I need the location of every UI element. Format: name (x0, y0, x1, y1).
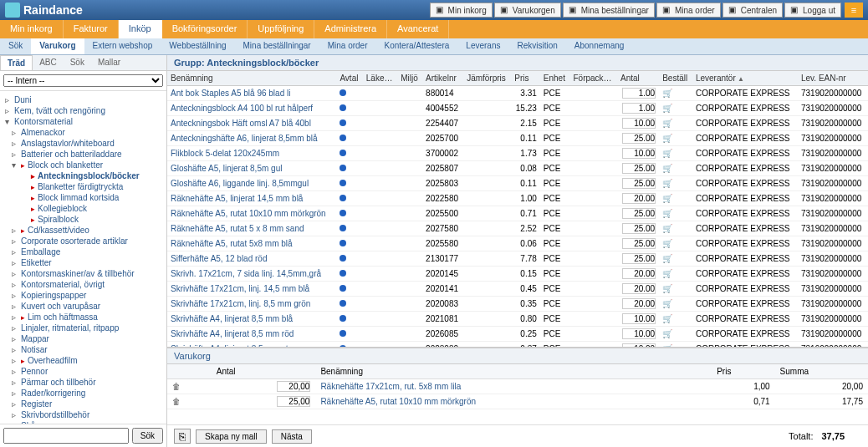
add-to-cart-icon[interactable]: 🛒 (662, 134, 672, 143)
quantity-input[interactable] (622, 328, 656, 339)
sub-tab-konteraattestera[interactable]: Kontera/Attestera (376, 38, 458, 54)
tree-item[interactable]: ▸Block limmad kortsida (2, 192, 165, 203)
tree-item[interactable]: ▸Anteckningsblock/böcker (2, 170, 165, 181)
column-header[interactable]: Leverantör (692, 71, 798, 86)
add-to-cart-icon[interactable]: 🛒 (662, 299, 672, 308)
tree-toggle-icon[interactable]: ▹ (12, 269, 18, 278)
sub-tab-abonnemang[interactable]: Abonnemang (566, 38, 633, 54)
add-to-cart-icon[interactable]: 🛒 (662, 119, 672, 128)
tree-toggle-icon[interactable]: ▹ (12, 150, 18, 159)
tree-toggle-icon[interactable]: ▹ (12, 291, 18, 300)
sub-tab-minabestllningar[interactable]: Mina beställningar (235, 38, 319, 54)
quantity-input[interactable] (622, 118, 656, 129)
add-to-cart-icon[interactable]: 🛒 (662, 104, 672, 113)
sub-tab-rekvisition[interactable]: Rekvisition (508, 38, 565, 54)
quantity-input[interactable] (622, 133, 656, 144)
product-name[interactable]: Flikblock 5-delat 120x245mm (167, 146, 336, 161)
tree-toggle-icon[interactable]: ▹ (12, 312, 18, 322)
sidebar-filter-select[interactable]: -- Intern -- (3, 74, 163, 87)
main-tab-avancerat[interactable]: Avancerat (387, 20, 449, 38)
tree-item[interactable]: ▹Kopieringspapper (2, 290, 165, 301)
column-header[interactable]: Jämförpris (463, 71, 511, 86)
delete-icon[interactable]: 🗑 (172, 382, 181, 391)
tree-toggle-icon[interactable]: ▹ (12, 247, 18, 257)
add-to-cart-icon[interactable]: 🛒 (662, 224, 672, 233)
column-header[interactable]: Enhet (540, 71, 570, 86)
tree-item[interactable]: ▹Register (2, 399, 165, 409)
product-name[interactable]: Ant bok Staples A5 blå 96 blad li (167, 86, 336, 101)
sidebar-search-input[interactable] (3, 428, 129, 444)
quantity-input[interactable] (622, 253, 656, 264)
tree-toggle-icon[interactable]: ▹ (12, 399, 18, 409)
column-header[interactable]: Lev. EAN-nr (798, 71, 868, 86)
quantity-input[interactable] (622, 238, 656, 249)
order-button[interactable]: ▣Mina order (656, 3, 721, 18)
add-to-cart-icon[interactable]: 🛒 (662, 329, 672, 338)
column-header[interactable]: Förpack… (569, 71, 617, 86)
tree-toggle-icon[interactable]: ▹ (12, 389, 18, 398)
tree-toggle-icon[interactable]: ▹ (5, 95, 12, 104)
product-name[interactable]: Anteckningshäfte A6, linjerat 8,5mm blå (167, 131, 336, 146)
tree-toggle-icon[interactable]: ▹ (5, 106, 12, 115)
tree-toggle-icon[interactable]: ▹ (12, 302, 18, 311)
main-tab-bokfringsorder[interactable]: Bokföringsorder (162, 20, 248, 38)
cart-export-button[interactable]: ⎘ (174, 429, 191, 444)
tree-item[interactable]: ▸Kollegieblock (2, 203, 165, 214)
column-header[interactable]: Antal (617, 71, 659, 86)
sub-tab-varukorg[interactable]: Varukorg (31, 38, 84, 54)
product-name[interactable]: Anteckningsbok Häft omsl A7 blå 40bl (167, 116, 336, 131)
central-button[interactable]: ▣Centralen (722, 3, 783, 18)
tree-toggle-icon[interactable]: ▹ (12, 378, 18, 387)
sidebar-tab-träd[interactable]: Träd (0, 55, 33, 70)
product-name[interactable]: Räknehäfte A5, rutat 10x10 mm mörkgrön (167, 206, 336, 221)
column-header[interactable]: Pris (511, 71, 540, 86)
product-name[interactable]: Räknehäfte A5, rutat 5x8 mm blå (167, 236, 336, 251)
tree-item[interactable]: ▹Pärmar och tillbehör (2, 377, 165, 388)
product-name[interactable]: Skrivhäfte A4, linjerat 8,5 mm blå (167, 312, 336, 327)
main-tab-administrera[interactable]: Administrera (314, 20, 387, 38)
main-tab-uppfljning[interactable]: Uppföljning (248, 20, 314, 38)
tree-toggle-icon[interactable]: ▹ (12, 236, 18, 246)
column-header[interactable]: Artikelnr (422, 71, 463, 86)
orders-button[interactable]: ▣Mina beställningar (563, 3, 655, 18)
cart-item-name[interactable]: Räknehäfte A5, rutat 10x10 mm mörkgrön (315, 394, 712, 409)
sidebar-tab-mallar[interactable]: Mallar (91, 55, 127, 70)
add-to-cart-icon[interactable]: 🛒 (662, 284, 672, 293)
tree-item[interactable]: ▾Kontorsmaterial (2, 116, 165, 127)
tree-toggle-icon[interactable]: ▹ (12, 367, 18, 376)
product-name[interactable]: Skrivhäfte A4, linjerat 8,5 mm röd (167, 327, 336, 342)
product-name[interactable]: Skrivh. 17x21cm, 7 sida linj. 14,5mm,grå (167, 267, 336, 282)
create-template-button[interactable]: Skapa ny mall (196, 429, 267, 444)
tree-toggle-icon[interactable]: ▹ (12, 410, 18, 419)
tree-item[interactable]: ▹Pennor (2, 366, 165, 377)
tree-item[interactable]: ▹Skrivbordstillbehör (2, 409, 165, 420)
tree-item[interactable]: ▹Kem, tvätt och rengöring (2, 105, 165, 116)
add-to-cart-icon[interactable]: 🛒 (662, 269, 672, 278)
column-header[interactable]: Läke… (363, 71, 397, 86)
next-button[interactable]: Nästa (272, 429, 312, 444)
quantity-input[interactable] (622, 178, 656, 189)
tree-item[interactable]: ▹Batterier och batteriladdare (2, 149, 165, 160)
add-to-cart-icon[interactable]: 🛒 (662, 314, 672, 323)
tree-toggle-icon[interactable]: ▹ (12, 280, 18, 289)
cart-item-name[interactable]: Räknehäfte 17x21cm, rut. 5x8 mm lila (315, 379, 712, 394)
tree-item[interactable]: ▹Kontorsmaskiner/av & tillbehör (2, 268, 165, 279)
quantity-input[interactable] (622, 283, 656, 294)
column-header[interactable]: Beställ (659, 71, 692, 86)
tree-item[interactable]: ▹Emballage (2, 246, 165, 257)
tree-item[interactable]: ▹Notisar (2, 344, 165, 355)
column-header[interactable]: Avtal (336, 71, 362, 86)
logout-button[interactable]: ▣Logga ut (784, 3, 841, 18)
main-tab-fakturor[interactable]: Fakturor (64, 20, 119, 38)
column-header[interactable]: Miljö (397, 71, 422, 86)
main-tab-inkp[interactable]: Inköp (119, 20, 162, 38)
product-name[interactable]: Räknehäfte A5, linjerat 14,5 mm blå (167, 191, 336, 206)
tree-item[interactable]: ▹Anslagstavlor/whiteboard (2, 138, 165, 149)
sub-tab-externwebshop[interactable]: Extern webshop (84, 38, 161, 54)
tree-item[interactable]: ▸Blanketter färdigtryckta (2, 181, 165, 192)
tree-toggle-icon[interactable]: ▾ (5, 117, 12, 126)
tree-item[interactable]: ▹Corporate osorterade artiklar (2, 236, 165, 246)
product-name[interactable]: Gloshäfte A5, linjerat 8,5m gul (167, 161, 336, 176)
product-name[interactable]: Räknehäfte A5, rutat 5 x 8 mm sand (167, 221, 336, 236)
tree-item[interactable]: ▹▸Lim och häftmassa (2, 312, 165, 323)
